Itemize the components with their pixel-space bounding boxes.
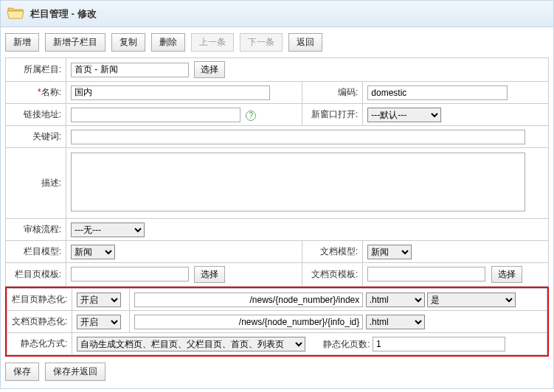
form-table: 所属栏目: 选择 *名称: 编码: 链接地址: xyxy=(5,57,549,287)
label-docstatic: 文档页静态化: xyxy=(7,311,72,333)
new-sub-button[interactable]: 新增子栏目 xyxy=(45,33,105,52)
parent-select-button[interactable]: 选择 xyxy=(194,61,225,78)
next-button: 下一条 xyxy=(240,33,283,52)
docstatic-path-input[interactable] xyxy=(134,315,363,329)
label-staticmethod: 静态化方式: xyxy=(7,333,72,355)
new-button[interactable]: 新增 xyxy=(5,33,39,52)
label-staticpages: 静态化页数: xyxy=(313,338,370,351)
doctpl-input[interactable] xyxy=(367,267,485,281)
newwindow-select[interactable]: ---默认--- xyxy=(367,108,441,122)
label-nodemodel: 栏目模型: xyxy=(6,241,66,263)
label-docmodel: 文档模型: xyxy=(302,241,363,263)
prev-button: 上一条 xyxy=(191,33,234,52)
save-button[interactable]: 保存 xyxy=(5,363,39,381)
page-header: 栏目管理 - 修改 xyxy=(0,0,554,27)
name-input[interactable] xyxy=(71,85,270,100)
delete-button[interactable]: 删除 xyxy=(151,33,185,52)
folder-icon xyxy=(7,5,24,22)
label-code: 编码: xyxy=(302,82,363,104)
parent-input[interactable] xyxy=(71,63,189,77)
label-newwindow: 新窗口打开: xyxy=(302,104,363,126)
staticmethod-select[interactable]: 自动生成文档页、栏目页、父栏目页、首页、列表页 xyxy=(77,337,305,351)
docmodel-select[interactable]: 新闻 xyxy=(367,245,412,259)
code-input[interactable] xyxy=(367,85,508,100)
nodestatic-on-select[interactable]: 开启 xyxy=(77,293,121,307)
staticpages-input[interactable] xyxy=(373,337,505,351)
help-icon[interactable]: ? xyxy=(246,111,256,121)
save-back-button[interactable]: 保存并返回 xyxy=(45,363,105,381)
nodestatic-ext-select[interactable]: .html xyxy=(366,293,425,307)
docstatic-on-select[interactable]: 开启 xyxy=(77,315,121,329)
static-section: 栏目页静态化: 开启 .html 是 文档页静态化: 开启 xyxy=(5,287,549,357)
label-description: 描述: xyxy=(6,148,66,219)
back-button[interactable]: 返回 xyxy=(288,33,322,52)
footer: 保存 保存并返回 xyxy=(5,363,549,381)
nodestatic-path-input[interactable] xyxy=(134,293,363,307)
docstatic-ext-select[interactable]: .html xyxy=(366,315,425,329)
toolbar: 新增 新增子栏目 复制 删除 上一条 下一条 返回 xyxy=(5,33,549,52)
copy-button[interactable]: 复制 xyxy=(111,33,145,52)
label-workflow: 审核流程: xyxy=(6,219,66,241)
page-title: 栏目管理 - 修改 xyxy=(30,7,97,21)
keywords-input[interactable] xyxy=(71,130,525,144)
label-parent: 所属栏目: xyxy=(6,58,66,82)
nodetpl-input[interactable] xyxy=(71,267,189,281)
nodetpl-select-button[interactable]: 选择 xyxy=(194,266,225,283)
label-link: 链接地址: xyxy=(6,104,66,126)
label-nodetpl: 栏目页模板: xyxy=(6,263,66,287)
label-name: *名称: xyxy=(6,82,66,104)
link-input[interactable] xyxy=(71,108,240,122)
description-textarea[interactable] xyxy=(71,153,525,211)
nodemodel-select[interactable]: 新闻 xyxy=(71,245,115,259)
label-doctpl: 文档页模板: xyxy=(302,263,363,287)
doctpl-select-button[interactable]: 选择 xyxy=(491,266,522,283)
workflow-select[interactable]: ---无--- xyxy=(71,223,145,237)
label-keywords: 关键词: xyxy=(6,126,66,148)
label-nodestatic: 栏目页静态化: xyxy=(7,289,72,311)
nodestatic-def-select[interactable]: 是 xyxy=(427,293,516,307)
